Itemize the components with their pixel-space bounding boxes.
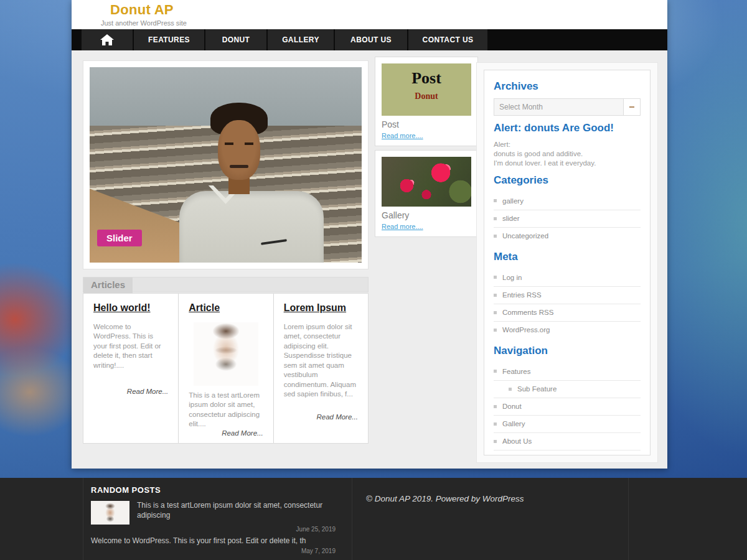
slider-image[interactable]: Slider <box>90 67 362 263</box>
article-excerpt: This is a test artLorem ipsum dolor sit … <box>189 391 263 429</box>
post-widget-image[interactable]: Post Donut <box>382 63 471 116</box>
random-posts-heading: RANDOM POSTS <box>91 485 336 495</box>
category-link-gallery[interactable]: gallery <box>494 192 641 210</box>
article-card: Hello world! Welcome to WordPress. This … <box>83 294 178 443</box>
square-bullet-icon <box>494 405 497 408</box>
alert-text-line: donuts is good and additive. <box>494 149 641 159</box>
archives-select-button[interactable] <box>624 98 641 116</box>
footer-post-thumbnail[interactable] <box>91 501 129 525</box>
sidebar-nav-gallery[interactable]: Gallery <box>494 415 641 432</box>
square-bullet-icon <box>494 199 497 202</box>
sidebar-nav-donut[interactable]: Donut <box>494 398 641 415</box>
sidebar-panel: Archives Select Month Alert: donuts Are … <box>484 70 651 455</box>
categories-list: gallery slider Uncategorized <box>494 192 641 245</box>
archives-heading: Archives <box>494 80 641 93</box>
select-arrow-icon <box>629 106 634 108</box>
copyright-text: © Donut AP 2019. Powered by WordPress <box>366 494 628 503</box>
gallery-widget: Gallery Read more.... <box>375 150 478 237</box>
nav-features[interactable]: FEATURES <box>134 29 204 50</box>
meta-link-entries-rss[interactable]: Entries RSS <box>494 286 641 304</box>
article-thumbnail[interactable] <box>194 322 258 386</box>
footer-random-posts-column: RANDOM POSTS This is a test artLorem ips… <box>83 478 352 560</box>
article-card: Lorem Ipsum Lorem ipsum dolor sit amet, … <box>273 294 368 443</box>
sidebar-nav-features[interactable]: Features <box>494 363 641 380</box>
sidebar: Archives Select Month Alert: donuts Are … <box>476 62 658 463</box>
main-nav: FEATURES DONUT GALLERY ABOUT US CONTACT … <box>72 29 667 50</box>
square-bullet-icon <box>494 217 497 220</box>
read-more-link[interactable]: Read More... <box>93 388 168 395</box>
home-icon <box>100 34 114 45</box>
desktop-background: Donut AP Just another WordPress site FEA… <box>0 0 747 560</box>
alert-text-line: Alert: <box>494 140 641 149</box>
category-link-slider[interactable]: slider <box>494 210 641 227</box>
nav-about-us[interactable]: ABOUT US <box>335 29 407 50</box>
nav-contact-us[interactable]: CONTACT US <box>408 29 487 50</box>
footer-copyright-column: © Donut AP 2019. Powered by WordPress <box>353 478 629 560</box>
navigation-list: Features Sub Feature Donut Gallery About… <box>494 363 641 455</box>
archives-select-value[interactable]: Select Month <box>494 98 624 116</box>
sidebar-nav-contact-us[interactable]: Contact Us <box>494 450 641 455</box>
article-card: Article This is a test artLorem ipsum do… <box>178 294 273 443</box>
footer-post: This is a test artLorem ipsum dolor sit … <box>91 501 336 525</box>
read-more-link[interactable]: Read More... <box>189 429 263 437</box>
post-image-subtitle: Donut <box>382 91 471 101</box>
content-area: Slider Articles Hello world! Welcome to … <box>72 50 667 469</box>
navigation-heading: Navigation <box>494 345 641 357</box>
article-excerpt: Welcome to WordPress. This is your first… <box>93 322 168 371</box>
category-link-uncategorized[interactable]: Uncategorized <box>494 227 641 245</box>
sidebar-nav-about-us[interactable]: About Us <box>494 432 641 450</box>
slider-caption-badge[interactable]: Slider <box>97 230 142 246</box>
footer-post-date: June 25, 2019 <box>91 526 336 533</box>
meta-link-wordpress-org[interactable]: WordPress.org <box>494 321 641 338</box>
square-bullet-icon <box>494 311 497 314</box>
gallery-read-more-link[interactable]: Read more.... <box>382 223 423 230</box>
meta-heading: Meta <box>494 251 641 263</box>
site-title[interactable]: Donut AP <box>110 2 174 18</box>
footer-post-link[interactable]: This is a test artLorem ipsum dolor sit … <box>137 501 336 525</box>
articles-section-title: Articles <box>83 278 133 293</box>
articles-section-bar: Articles <box>83 277 369 292</box>
article-title-link[interactable]: Lorem Ipsum <box>284 302 358 314</box>
article-title-link[interactable]: Hello world! <box>93 302 168 314</box>
square-bullet-icon <box>494 440 497 443</box>
middle-column: Post Donut Post Read more.... Gallery Re… <box>375 57 478 241</box>
article-title-link[interactable]: Article <box>189 302 263 314</box>
slider-widget: Slider <box>83 60 369 269</box>
post-read-more-link[interactable]: Read more.... <box>382 132 423 139</box>
meta-link-log-in[interactable]: Log in <box>494 269 641 286</box>
nav-gallery[interactable]: GALLERY <box>268 29 334 50</box>
alert-heading: Alert: donuts Are Good! <box>494 122 641 134</box>
site-header: Donut AP Just another WordPress site <box>72 0 667 29</box>
gallery-widget-title[interactable]: Gallery <box>382 210 471 220</box>
post-widget: Post Donut Post Read more.... <box>375 57 478 146</box>
site-tagline: Just another WordPress site <box>101 19 187 27</box>
nav-donut[interactable]: DONUT <box>205 29 266 50</box>
square-bullet-icon <box>494 294 497 297</box>
square-bullet-icon <box>494 422 497 426</box>
square-bullet-icon <box>494 276 497 279</box>
gallery-widget-image[interactable] <box>382 157 471 207</box>
alert-text-line: I'm donut lover. I eat it everyday. <box>494 159 641 168</box>
footer-post-link[interactable]: Welcome to WordPress. This is your first… <box>91 536 336 546</box>
post-widget-title[interactable]: Post <box>382 119 471 129</box>
footer-post-date: May 7, 2019 <box>91 548 336 554</box>
site-window: Donut AP Just another WordPress site FEA… <box>72 0 667 469</box>
sidebar-nav-sub-feature[interactable]: Sub Feature <box>494 380 641 398</box>
square-bullet-icon <box>494 370 497 373</box>
square-bullet-icon <box>509 388 512 391</box>
archives-select[interactable]: Select Month <box>494 98 641 116</box>
square-bullet-icon <box>494 235 497 238</box>
meta-list: Log in Entries RSS Comments RSS WordPres… <box>494 269 641 338</box>
article-excerpt: Lorem ipsum dolor sit amet, consectetur … <box>284 322 358 399</box>
categories-heading: Categories <box>494 174 641 187</box>
articles-panel: Hello world! Welcome to WordPress. This … <box>83 293 369 444</box>
nav-home[interactable] <box>82 29 133 50</box>
post-image-title: Post <box>382 70 471 88</box>
read-more-link[interactable]: Read More... <box>284 413 358 421</box>
site-footer: RANDOM POSTS This is a test artLorem ips… <box>0 478 747 560</box>
square-bullet-icon <box>494 329 497 332</box>
meta-link-comments-rss[interactable]: Comments RSS <box>494 304 641 321</box>
